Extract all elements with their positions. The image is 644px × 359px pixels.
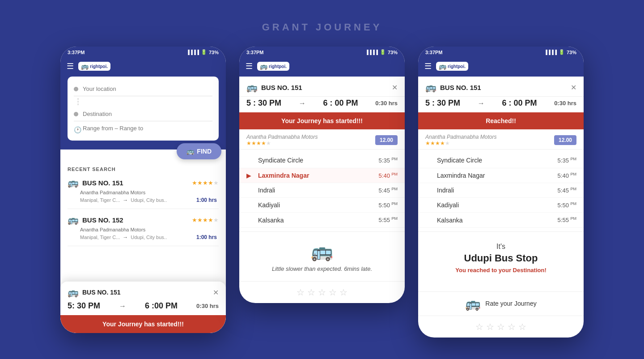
find-button[interactable]: 🚌 FIND <box>177 143 221 159</box>
destination-reached-section: It's Udupi Bus Stop You reached to your … <box>418 231 584 291</box>
star-2[interactable]: ☆ <box>307 287 315 298</box>
nav-bar-1: ☰ 🚌 rightpoi. <box>60 58 226 77</box>
modal-duration-2: 0:30 hrs <box>375 100 398 107</box>
bus-card-151[interactable]: 🚌 BUS NO. 151 ★★★★★ Anantha Padmanabha M… <box>68 177 219 209</box>
rate-star-4[interactable]: ☆ <box>508 321 516 332</box>
stop-kalsanka: Kalsanka 5:55 PM <box>239 213 405 227</box>
your-location-input[interactable] <box>83 85 212 92</box>
status-time-3: 3:37PM <box>425 50 443 55</box>
modal-bus-no-3: BUS NO. 151 <box>440 84 567 91</box>
nav-bar-3: ☰ 🚌 rightpoi. <box>418 58 584 77</box>
range-input[interactable] <box>83 125 212 132</box>
stop3-kalsanka: Kalsanka 5:55 PM <box>418 213 584 227</box>
modal-close-2[interactable]: ✕ <box>392 83 398 92</box>
journey-bottom-bar: 🚌 BUS NO. 151 ✕ 5: 30 PM → 6 :00 PM 0:30… <box>60 282 226 333</box>
modal-depart-3: 5 : 30 PM <box>425 98 460 108</box>
stop3-time-laxmindra: 5:40 PM <box>558 172 576 179</box>
logo-bus-icon-2: 🚌 <box>260 63 267 70</box>
stop-name-laxmindra: Laxmindra Nagar <box>258 172 379 179</box>
rate-star-1[interactable]: ☆ <box>475 321 483 332</box>
stop3-time-kalsanka: 5:55 PM <box>558 216 576 223</box>
close-button[interactable]: ✕ <box>213 288 219 297</box>
star-3[interactable]: ☆ <box>318 287 326 298</box>
status-bar-3: 3:37PM ▐▐▐▐ 🔋 73% <box>418 47 584 58</box>
rating-row-2[interactable]: ☆ ☆ ☆ ☆ ☆ <box>239 281 405 303</box>
rate-star-2[interactable]: ☆ <box>486 321 494 332</box>
logo-text-1: rightpoi. <box>90 64 108 69</box>
stars-151: ★★★★★ <box>192 180 219 186</box>
bus-modal-header-3: 🚌 BUS NO. 151 ✕ <box>418 77 584 97</box>
stop3-kadiyali: Kadiyali 5:50 PM <box>418 198 584 213</box>
bus-icon-152: 🚌 <box>68 214 79 225</box>
dashed-line-icon <box>76 97 80 106</box>
depart-time: 5: 30 PM <box>68 301 100 311</box>
modal-arrow-3: → <box>478 99 485 107</box>
signal-icon-1: ▐▐▐▐ <box>186 50 199 55</box>
hamburger-icon-1[interactable]: ☰ <box>67 61 74 71</box>
stop-dot-kadiyali <box>246 201 254 209</box>
route-152: Manipal, Tiger C... → Udupi, City bus.. … <box>68 234 219 240</box>
its-text: It's <box>425 243 576 251</box>
stop3-name-indrali: Indrali <box>437 187 558 194</box>
find-bus-icon: 🚌 <box>186 148 194 155</box>
signal-icon-3: ▐▐▐▐ <box>544 50 557 55</box>
rate-bus-icon: 🚌 <box>465 296 481 311</box>
bus-card-152[interactable]: 🚌 BUS NO. 152 ★★★★★ Anantha Padmanabha M… <box>68 214 219 246</box>
location-dot-icon <box>74 87 78 91</box>
modal-bus-icon-3: 🚌 <box>425 82 436 93</box>
route-arrow-152: → <box>123 234 128 240</box>
stop-name-kadiyali: Kadiyali <box>258 201 379 209</box>
journey-duration: 0:30 hrs <box>196 303 219 309</box>
operator-151: Anantha Padmanabha Motors <box>68 190 219 195</box>
rate-label: Rate your Journey <box>485 300 536 307</box>
stop3-name-laxmindra: Laxmindra Nagar <box>437 172 558 179</box>
rating-row-3[interactable]: ☆ ☆ ☆ ☆ ☆ <box>418 316 584 338</box>
destination-dot-icon <box>74 112 78 116</box>
modal-duration-3: 0:30 hrs <box>554 100 576 107</box>
rate-star-5[interactable]: ☆ <box>518 321 526 332</box>
bus-number-152: BUS NO. 152 <box>82 216 188 224</box>
star-5[interactable]: ☆ <box>339 287 347 298</box>
duration-151: 1:00 hrs <box>196 197 219 203</box>
rate-journey-row: 🚌 Rate your Journey <box>418 291 584 316</box>
bus-modal-header-2: 🚌 BUS NO. 151 ✕ <box>239 77 405 97</box>
stop-name-indrali: Indrali <box>258 187 379 194</box>
duration-152: 1:00 hrs <box>196 234 219 240</box>
screen2-phone: 3:37PM ▐▐▐▐ 🔋 73% ☰ 🚌 rightpoi. 🚌 BUS NO… <box>239 47 405 303</box>
battery-pct-1: 73% <box>209 50 219 55</box>
operator-stars-3: ★★★★★ <box>425 140 496 146</box>
status-bar-2: 3:37PM ▐▐▐▐ 🔋 73% <box>239 47 405 58</box>
stop-syndicate: Syndicate Circle 5:35 PM <box>239 153 405 168</box>
modal-times-3: 5 : 30 PM → 6 : 00 PM 0:30 hrs <box>418 97 584 112</box>
operator-name-2: Anantha Padmanabha Motors <box>246 134 318 140</box>
screen3-phone: 3:37PM ▐▐▐▐ 🔋 73% ☰ 🚌 rightpoi. 🚌 BUS NO… <box>418 47 584 338</box>
delayed-text: Little slower than expected. 6mins late. <box>246 265 398 272</box>
to-151: Udupi, City bus.. <box>131 197 167 203</box>
hamburger-icon-3[interactable]: ☰ <box>424 61 432 71</box>
rate-star-3[interactable]: ☆ <box>497 321 505 332</box>
stop-time-laxmindra: 5:40 PM <box>379 172 398 179</box>
star-1[interactable]: ☆ <box>297 287 305 298</box>
stop3-name-kadiyali: Kadiyali <box>437 201 558 209</box>
operator-name-3: Anantha Padmanabha Motors <box>425 134 496 140</box>
battery-icon-3: 🔋 <box>559 49 565 55</box>
stop3-name-kalsanka: Kalsanka <box>437 217 558 224</box>
modal-status-3: Reached!! <box>418 112 584 129</box>
destination-input[interactable] <box>83 111 212 117</box>
stop-time-kadiyali: 5:50 PM <box>379 201 398 209</box>
stop-time-syndicate: 5:35 PM <box>379 157 398 164</box>
modal-close-3[interactable]: ✕ <box>571 83 576 92</box>
stop3-time-syndicate: 5:35 PM <box>558 157 576 164</box>
find-label: FIND <box>197 148 212 155</box>
logo-2: 🚌 rightpoi. <box>257 62 289 71</box>
status-time-2: 3:37PM <box>246 50 264 55</box>
stop3-syndicate: Syndicate Circle 5:35 PM <box>418 153 584 168</box>
stop-indrali: Indrali 5:45 PM <box>239 183 405 198</box>
star-4[interactable]: ☆ <box>329 287 337 298</box>
reached-message: You reached to your Destination! <box>425 267 576 274</box>
ticket-price-3: 12.00 <box>554 135 576 145</box>
hamburger-icon-2[interactable]: ☰ <box>246 61 253 71</box>
operator-152: Anantha Padmanabha Motors <box>68 227 219 232</box>
route-arrow-151: → <box>123 197 128 203</box>
stop-laxmindra: ▶ Laxmindra Nagar 5:40 PM <box>239 168 405 183</box>
